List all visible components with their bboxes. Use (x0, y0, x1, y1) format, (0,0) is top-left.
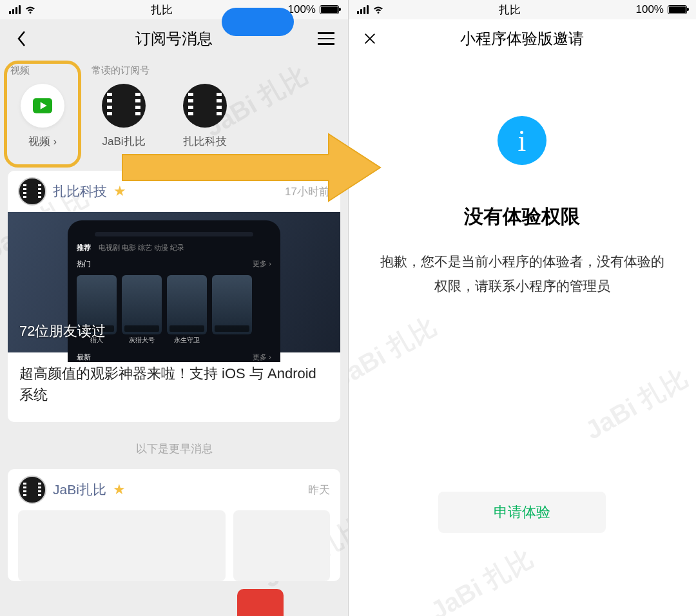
author-name[interactable]: 扎比科技 (53, 182, 107, 200)
carrier-label: 扎比 (499, 3, 521, 17)
close-button[interactable] (361, 30, 379, 48)
permission-heading: 没有体验权限 (464, 204, 580, 230)
post-time: 17小时前 (285, 184, 330, 199)
signal-icon (9, 5, 21, 14)
star-icon: ★ (113, 481, 126, 498)
statusbar-right: 扎比 100% (348, 0, 696, 19)
hamburger-icon (318, 32, 334, 45)
battery-indicator: 100% (288, 3, 339, 16)
carrier-label: 扎比 (151, 3, 173, 17)
apply-button[interactable]: 申请体验 (438, 492, 606, 533)
navbar-right: 小程序体验版邀请 (348, 19, 696, 58)
battery-indicator: 100% (636, 3, 687, 16)
permission-panel: i 没有体验权限 抱歉，您不是当前小程序的体验者，没有体验的权限，请联系小程序的… (348, 58, 696, 533)
nav-title: 小程序体验版邀请 (460, 28, 584, 49)
feed-cover[interactable]: 推荐电视剧 电影 综艺 动漫 纪录 热门更多 › 猎人 灰猎犬号 永生守卫 最新… (8, 212, 340, 352)
feed-header: JaBi扎比 ★ 昨天 (8, 469, 340, 510)
feed-preview-area (8, 510, 340, 581)
feed-card-1[interactable]: 扎比科技 ★ 17小时前 推荐电视剧 电影 综艺 动漫 纪录 热门更多 › 猎人… (8, 171, 340, 422)
permission-message: 抱歉，您不是当前小程序的体验者，没有体验的权限，请联系小程序的管理员 (374, 249, 670, 298)
article-title[interactable]: 超高颜值的观影神器来啦！支持 iOS 与 Android 系统 (8, 352, 340, 422)
highlight-box (4, 61, 81, 168)
wifi-icon (24, 3, 36, 17)
device-mockup: 推荐电视剧 电影 综艺 动漫 纪录 热门更多 › 猎人 灰猎犬号 永生守卫 最新… (68, 220, 280, 362)
author-avatar[interactable] (18, 177, 46, 206)
feed-card-2[interactable]: JaBi扎比 ★ 昨天 (8, 469, 340, 581)
earlier-divider: 以下是更早消息 (0, 434, 348, 469)
shortcut-zhabi-tech[interactable]: 扎比科技 (170, 62, 240, 171)
menu-button[interactable] (317, 30, 335, 48)
nav-title: 订阅号消息 (135, 28, 213, 49)
signal-icon (357, 5, 369, 14)
wifi-icon (372, 3, 384, 17)
read-count-overlay: 72位朋友读过 (19, 322, 106, 341)
film-roll-icon (102, 84, 146, 128)
star-icon: ★ (113, 183, 126, 200)
back-button[interactable] (13, 30, 31, 48)
author-avatar[interactable] (18, 476, 46, 504)
shortcut-jabi[interactable]: 常读的订阅号 JaBi扎比 (89, 62, 159, 171)
navbar-left: 订阅号消息 (0, 19, 348, 58)
author-name[interactable]: JaBi扎比 (53, 481, 106, 499)
statusbar-left: 扎比 100% (0, 0, 348, 19)
feed-header: 扎比科技 ★ 17小时前 (8, 171, 340, 212)
post-time: 昨天 (308, 483, 330, 497)
phone-separator (348, 0, 349, 616)
phone-right: JaBi 扎比 JaBi 扎比 JaBi 扎比 扎比 100% 小程序体验版邀请… (348, 0, 696, 616)
phone-left: JaBi 扎比 JaBi 扎比 JaBi 扎比 JaBi 扎比 JaBi 扎比 … (0, 0, 348, 616)
info-icon: i (498, 116, 546, 165)
film-roll-icon (183, 84, 227, 128)
